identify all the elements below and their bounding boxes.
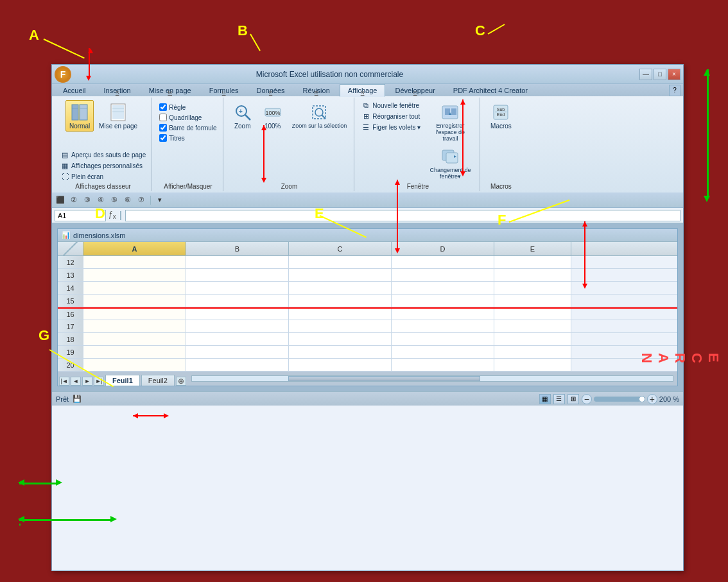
zoom-out-btn[interactable]: − bbox=[582, 394, 592, 404]
zoom-in-btn[interactable]: + bbox=[647, 394, 657, 404]
cell-e15[interactable] bbox=[494, 295, 571, 307]
h-scrollbar-track[interactable] bbox=[191, 375, 673, 382]
btn-titres[interactable]: Titres bbox=[157, 133, 218, 142]
cell-c17[interactable] bbox=[289, 320, 392, 332]
col-header-b[interactable]: B bbox=[186, 242, 289, 255]
cell-a15[interactable] bbox=[83, 295, 186, 307]
tab-accueil[interactable]: Accueil bbox=[55, 84, 94, 96]
cell-e20[interactable] bbox=[494, 359, 571, 371]
cell-b18[interactable] bbox=[186, 333, 289, 345]
cell-a12[interactable] bbox=[83, 256, 186, 268]
restore-button[interactable]: □ bbox=[654, 69, 666, 80]
close-button[interactable]: × bbox=[668, 69, 680, 80]
cell-b17[interactable] bbox=[186, 320, 289, 332]
cell-d19[interactable] bbox=[392, 346, 494, 358]
sheet-tab-feuil2[interactable]: Feuil2 bbox=[141, 375, 175, 386]
cell-e12[interactable] bbox=[494, 256, 571, 268]
tab-insertion[interactable]: InsertionS bbox=[95, 84, 139, 96]
cell-c18[interactable] bbox=[289, 333, 392, 345]
zoom-thumb[interactable] bbox=[639, 396, 645, 402]
cell-b20[interactable] bbox=[186, 359, 289, 371]
cell-a18[interactable] bbox=[83, 333, 186, 345]
cell-a16[interactable] bbox=[83, 309, 186, 320]
btn-enregistrer-espace[interactable]: Enregistrer l'espace de travail bbox=[424, 100, 476, 144]
btn-nouvelle-fenetre[interactable]: ⧉ Nouvelle fenêtre bbox=[360, 100, 422, 110]
cell-d15[interactable] bbox=[392, 295, 494, 307]
btn-reorganiser[interactable]: ⊞ Réorganiser tout bbox=[360, 111, 422, 121]
row-num-17[interactable]: 17 bbox=[58, 320, 83, 332]
zoom-slider[interactable] bbox=[594, 397, 645, 402]
btn-macros[interactable]: Sub End Macros bbox=[487, 100, 515, 132]
row-num-14[interactable]: 14 bbox=[58, 282, 83, 294]
help-button[interactable]: ? bbox=[669, 85, 680, 96]
cell-b16[interactable] bbox=[186, 309, 289, 320]
minimize-button[interactable]: — bbox=[639, 69, 652, 80]
qa-btn-5[interactable]: ⑤ bbox=[108, 194, 120, 206]
cell-b14[interactable] bbox=[186, 282, 289, 294]
cell-e13[interactable] bbox=[494, 269, 571, 281]
btn-plein-ecran[interactable]: ⛶ Plein écran bbox=[58, 171, 148, 182]
col-header-e[interactable]: E bbox=[494, 242, 571, 255]
btn-afficher-masquer-item[interactable]: Règle bbox=[157, 103, 218, 112]
checkbox-regle[interactable] bbox=[159, 103, 167, 111]
cell-c15[interactable] bbox=[289, 295, 392, 307]
btn-changement-fenetre[interactable]: Changement de fenêtre▾ bbox=[424, 144, 476, 182]
btn-normal[interactable]: Normal bbox=[65, 100, 94, 132]
row-num-12[interactable]: 12 bbox=[58, 256, 83, 268]
cell-d16[interactable] bbox=[392, 309, 494, 320]
tab-developpeur[interactable]: DéveloppeurC bbox=[386, 84, 443, 96]
cell-c13[interactable] bbox=[289, 269, 392, 281]
cell-a20[interactable] bbox=[83, 359, 186, 371]
btn-mise-en-page[interactable]: Mise en page bbox=[96, 100, 141, 132]
tab-mise-en-page[interactable]: Mise en pageM bbox=[141, 84, 200, 96]
col-header-c[interactable]: C bbox=[289, 242, 392, 255]
col-header-a[interactable]: A bbox=[83, 242, 186, 255]
qa-btn-4[interactable]: ④ bbox=[95, 194, 107, 206]
btn-zoom-selection[interactable]: Zoom sur la sélection bbox=[289, 100, 351, 131]
cell-e18[interactable] bbox=[494, 333, 571, 345]
cell-d18[interactable] bbox=[392, 333, 494, 345]
sheet-nav-next[interactable]: ► bbox=[82, 377, 92, 386]
btn-barre-formule[interactable]: Barre de formule bbox=[157, 123, 218, 132]
cell-d12[interactable] bbox=[392, 256, 494, 268]
cell-e17[interactable] bbox=[494, 320, 571, 332]
row-num-16[interactable]: 16 bbox=[58, 309, 83, 320]
checkbox-titres[interactable] bbox=[159, 134, 167, 142]
btn-quadrillage[interactable]: Quadrillage bbox=[157, 113, 218, 122]
cell-a13[interactable] bbox=[83, 269, 186, 281]
row-num-13[interactable]: 13 bbox=[58, 269, 83, 281]
sheet-nav-first[interactable]: |◄ bbox=[59, 377, 69, 386]
qa-btn-2[interactable]: ② bbox=[68, 194, 80, 206]
checkbox-quadrillage[interactable] bbox=[159, 114, 167, 121]
view-page-btn[interactable]: ☰ bbox=[553, 394, 565, 404]
qa-btn-1[interactable]: ⬛ bbox=[55, 194, 66, 206]
row-num-20[interactable]: 20 bbox=[58, 359, 83, 371]
qa-btn-7[interactable]: ⑦ bbox=[135, 194, 147, 206]
cell-e14[interactable] bbox=[494, 282, 571, 294]
cell-a17[interactable] bbox=[83, 320, 186, 332]
view-preview-btn[interactable]: ⊞ bbox=[568, 394, 579, 404]
sheet-add-button[interactable]: ⊕ bbox=[176, 377, 186, 386]
col-header-d[interactable]: D bbox=[392, 242, 494, 255]
cell-c12[interactable] bbox=[289, 256, 392, 268]
tab-formules[interactable]: FormulesU bbox=[201, 84, 247, 96]
cell-c16[interactable] bbox=[289, 309, 392, 320]
cell-b19[interactable] bbox=[186, 346, 289, 358]
cell-d17[interactable] bbox=[392, 320, 494, 332]
btn-figer-volets[interactable]: ☰ Figer les volets▾ bbox=[360, 122, 422, 132]
cell-c14[interactable] bbox=[289, 282, 392, 294]
cell-c20[interactable] bbox=[289, 359, 392, 371]
cell-a19[interactable] bbox=[83, 346, 186, 358]
cell-b15[interactable] bbox=[186, 295, 289, 307]
tab-donnees[interactable]: DonnéesÉ bbox=[248, 84, 293, 96]
row-num-18[interactable]: 18 bbox=[58, 333, 83, 345]
view-normal-btn[interactable]: ▦ bbox=[539, 394, 551, 404]
formula-input[interactable] bbox=[125, 210, 680, 221]
cell-d14[interactable] bbox=[392, 282, 494, 294]
function-icon[interactable]: ƒx bbox=[108, 210, 116, 220]
cell-c19[interactable] bbox=[289, 346, 392, 358]
cell-d13[interactable] bbox=[392, 269, 494, 281]
cell-d20[interactable] bbox=[392, 359, 494, 371]
checkbox-barre-formule[interactable] bbox=[159, 124, 167, 132]
btn-apercu[interactable]: ▤ Aperçu des sauts de page bbox=[58, 150, 148, 160]
